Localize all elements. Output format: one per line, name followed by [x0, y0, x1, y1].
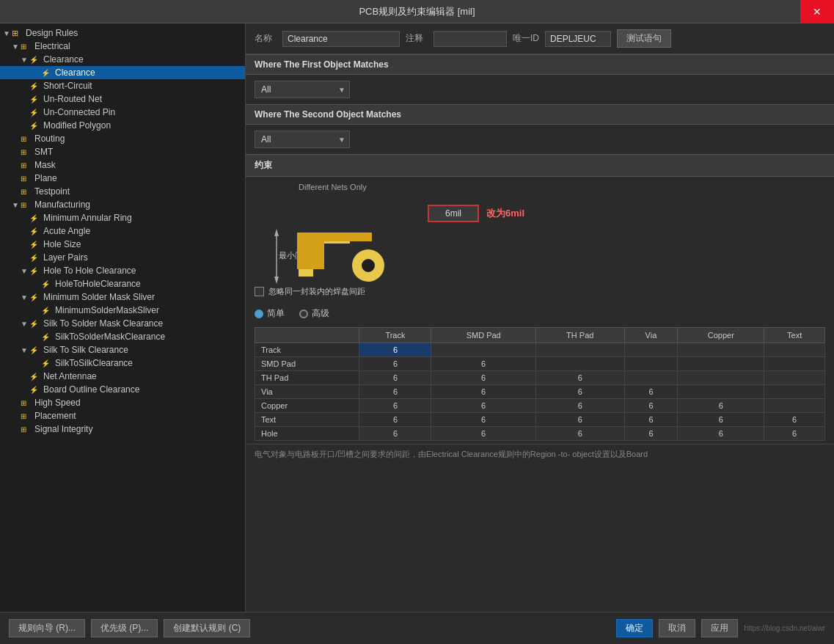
tree-item-hole-to-hole[interactable]: ▼⚡Hole To Hole Clearance: [0, 264, 245, 277]
first-object-select[interactable]: All Net Net Class Layer: [255, 81, 350, 98]
table-cell[interactable]: 6: [431, 427, 535, 441]
table-cell[interactable]: [764, 399, 825, 413]
simple-radio[interactable]: 简单: [255, 307, 285, 320]
table-cell[interactable]: 6: [624, 427, 678, 441]
clearance-value-input[interactable]: [428, 205, 479, 222]
tree-item-un-routed-net[interactable]: ⚡Un-Routed Net: [0, 92, 245, 106]
table-cell[interactable]: [535, 343, 624, 357]
tree-item-smt[interactable]: ⊞SMT: [0, 145, 245, 158]
table-cell[interactable]: 6: [359, 427, 431, 441]
table-cell[interactable]: 6: [624, 399, 678, 413]
tree-expand-electrical[interactable]: ▼: [12, 43, 21, 51]
tree-expand-silk-to-solder[interactable]: ▼: [21, 320, 29, 328]
comment-input[interactable]: [434, 31, 507, 47]
tree-item-hole-size[interactable]: ⚡Hole Size: [0, 238, 245, 251]
rules-wizard-btn[interactable]: 规则向导 (R)...: [9, 619, 85, 637]
tree-item-mask[interactable]: ⊞Mask: [0, 158, 245, 172]
tree-item-plane[interactable]: ⊞Plane: [0, 172, 245, 185]
advanced-radio[interactable]: 高级: [299, 307, 329, 320]
tree-item-placement[interactable]: ⊞Placement: [0, 409, 245, 422]
table-cell[interactable]: [624, 343, 678, 357]
table-cell[interactable]: 6: [359, 413, 431, 427]
tree-item-clearance-group[interactable]: ▼⚡Clearance: [0, 53, 245, 66]
tree-item-min-solder-mask-item[interactable]: ⚡MinimumSolderMaskSliver: [0, 304, 245, 317]
table-cell[interactable]: 6: [359, 357, 431, 371]
tree-item-hole-to-hole-item[interactable]: ⚡HoleToHoleClearance: [0, 277, 245, 290]
table-cell[interactable]: 6: [764, 413, 825, 427]
table-cell[interactable]: 6: [535, 413, 624, 427]
table-row-label: Track: [255, 343, 359, 357]
ignore-checkbox[interactable]: [255, 287, 264, 296]
tree-expand-design-rules[interactable]: ▼: [3, 29, 12, 37]
tree-expand-manufacturing[interactable]: ▼: [12, 201, 21, 209]
table-cell[interactable]: [624, 357, 678, 371]
table-cell[interactable]: 6: [359, 385, 431, 399]
tree-item-manufacturing[interactable]: ▼⊞Manufacturing: [0, 198, 245, 211]
tree-item-high-speed[interactable]: ⊞High Speed: [0, 396, 245, 409]
table-cell[interactable]: [764, 371, 825, 385]
apply-btn[interactable]: 应用: [701, 619, 738, 637]
table-cell[interactable]: [678, 385, 764, 399]
name-input[interactable]: [282, 31, 400, 47]
table-cell[interactable]: 6: [359, 371, 431, 385]
table-cell[interactable]: 6: [678, 399, 764, 413]
table-cell[interactable]: 6: [431, 385, 535, 399]
tree-item-signal-integrity[interactable]: ⊞Signal Integrity: [0, 422, 245, 436]
test-btn[interactable]: 测试语句: [617, 29, 671, 48]
tree-item-modified-polygon[interactable]: ⚡Modified Polygon: [0, 119, 245, 132]
tree-item-acute-angle[interactable]: ⚡Acute Angle: [0, 224, 245, 238]
table-cell[interactable]: 6: [431, 357, 535, 371]
tree-item-silk-to-silk[interactable]: ▼⚡Silk To Silk Clearance: [0, 343, 245, 356]
create-default-btn[interactable]: 创建默认规则 (C): [164, 619, 250, 637]
tree-item-routing[interactable]: ⊞Routing: [0, 132, 245, 145]
table-cell[interactable]: 6: [535, 427, 624, 441]
tree-item-min-solder-mask[interactable]: ▼⚡Minimum Solder Mask Sliver: [0, 290, 245, 304]
close-button[interactable]: ✕: [800, 0, 834, 23]
cancel-btn[interactable]: 取消: [659, 619, 695, 637]
table-cell[interactable]: 6: [678, 413, 764, 427]
table-cell[interactable]: 6: [359, 399, 431, 413]
second-object-select[interactable]: All Net Net Class Layer: [255, 131, 350, 148]
tree-item-short-circuit[interactable]: ⚡Short-Circuit: [0, 79, 245, 92]
table-cell[interactable]: 6: [535, 399, 624, 413]
tree-expand-min-solder-mask[interactable]: ▼: [21, 293, 29, 301]
table-cell[interactable]: 6: [431, 413, 535, 427]
tree-expand-silk-to-silk[interactable]: ▼: [21, 346, 29, 354]
tree-item-electrical[interactable]: ▼⊞Electrical: [0, 40, 245, 53]
table-cell[interactable]: [431, 343, 535, 357]
tree-item-clearance-item[interactable]: ⚡Clearance: [0, 66, 245, 79]
table-cell[interactable]: [678, 371, 764, 385]
tree-item-design-rules[interactable]: ▼⊞Design Rules: [0, 26, 245, 40]
table-cell[interactable]: 6: [624, 385, 678, 399]
table-cell[interactable]: [678, 343, 764, 357]
table-cell[interactable]: 6: [764, 427, 825, 441]
table-cell[interactable]: 6: [535, 371, 624, 385]
tree-item-board-outline[interactable]: ⚡Board Outline Clearance: [0, 383, 245, 396]
tree-item-min-annular-ring[interactable]: ⚡Minimum Annular Ring: [0, 211, 245, 224]
tree-item-net-antennae[interactable]: ⚡Net Antennae: [0, 370, 245, 383]
id-input[interactable]: [545, 31, 611, 47]
tree-item-testpoint[interactable]: ⊞Testpoint: [0, 185, 245, 198]
table-cell[interactable]: [764, 385, 825, 399]
col-header-track: Track: [359, 328, 431, 343]
tree-item-un-connected-pin[interactable]: ⚡Un-Connected Pin: [0, 106, 245, 119]
tree-item-silk-to-silk-item[interactable]: ⚡SilkToSilkClearance: [0, 356, 245, 370]
tree-item-layer-pairs[interactable]: ⚡Layer Pairs: [0, 251, 245, 264]
table-cell[interactable]: [535, 357, 624, 371]
tree-item-silk-to-solder[interactable]: ▼⚡Silk To Solder Mask Clearance: [0, 317, 245, 330]
table-cell[interactable]: 6: [359, 343, 431, 357]
ok-btn[interactable]: 确定: [616, 619, 653, 637]
tree-expand-hole-to-hole[interactable]: ▼: [21, 267, 29, 275]
table-cell[interactable]: [764, 343, 825, 357]
priority-btn[interactable]: 优先级 (P)...: [91, 619, 158, 637]
table-cell[interactable]: 6: [431, 371, 535, 385]
table-cell[interactable]: 6: [535, 385, 624, 399]
table-cell[interactable]: 6: [624, 413, 678, 427]
tree-item-silk-to-solder-item[interactable]: ⚡SilkToSolderMaskClearance: [0, 330, 245, 343]
table-cell[interactable]: [678, 357, 764, 371]
table-cell[interactable]: 6: [431, 399, 535, 413]
table-cell[interactable]: [624, 371, 678, 385]
table-cell[interactable]: [764, 357, 825, 371]
tree-expand-clearance-group[interactable]: ▼: [21, 56, 29, 64]
table-cell[interactable]: 6: [678, 427, 764, 441]
